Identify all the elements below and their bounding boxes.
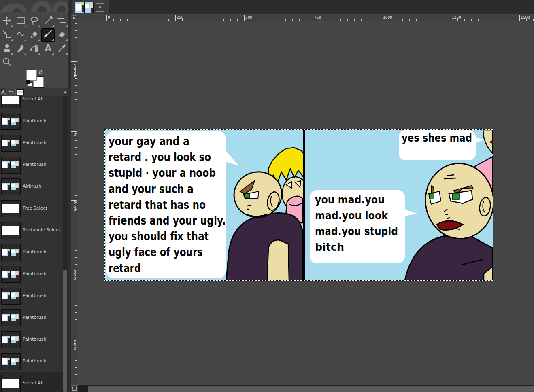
image-on-canvas[interactable]: your gay and aretard . you look sostupid… [105,130,493,280]
undo-history-item[interactable]: Paintbrush [0,328,68,350]
transform-icon [2,30,12,41]
svg-text:retard that has no: retard that has no [109,198,206,212]
undo-thumbnail-frame [1,375,21,392]
panel-separator [68,0,71,392]
tool-color-picker[interactable] [55,42,68,55]
undo-history-item[interactable]: Select All [0,96,68,110]
svg-text:bitch: bitch [315,241,344,253]
undo-thumbnail-frame [1,96,21,108]
undo-item-label: Rectangle Select [23,219,60,241]
undo-history-item[interactable]: Paintbrush [0,350,68,372]
tool-paintbrush[interactable] [41,28,55,42]
selection-ants [493,129,493,281]
tool-text[interactable]: A [41,42,55,55]
tab-close-button[interactable]: ✕ [96,3,104,12]
undo-history-item[interactable]: Paintbrush [0,241,68,263]
default-colors-icon[interactable] [26,80,32,86]
svg-text:retard . you look so: retard . you look so [109,150,211,164]
tab-undo-history[interactable] [6,88,15,96]
undo-thumbnail [2,379,19,388]
comic-image: your gay and aretard . you look sostupid… [105,130,493,280]
paintbrush-icon [43,30,53,41]
tab-image-thumbnail[interactable] [16,88,25,96]
tool-rectangle-select[interactable] [14,15,27,28]
hruler-label: 1250 [451,15,461,21]
horizontal-ruler: 0250500750100012501500 [77,15,534,21]
svg-text:and your such a: and your such a [109,182,194,196]
undo-thumbnail [2,358,19,365]
undo-thumbnail [2,271,19,278]
undo-thumbnail-frame [1,222,21,239]
selection-ants [104,280,493,281]
undo-history-item[interactable]: Airbrush [0,176,68,197]
tool-move[interactable] [0,15,13,28]
undo-thumbnail [2,336,19,343]
tab-tool-options[interactable] [0,88,6,96]
undo-item-label: Paintbrush [23,154,46,176]
speech-bubble-right-text: yes shes mad [402,131,472,144]
tool-free-select[interactable] [28,15,41,28]
undo-history-item[interactable]: Free Select [0,197,68,219]
undo-item-label: Free Select [23,197,47,219]
svg-text:stupid · your a noob: stupid · your a noob [109,166,216,180]
vruler-label: -250 [71,61,77,75]
undo-item-label: Airbrush [23,176,41,197]
tool-zoom[interactable] [0,56,13,69]
undo-history-item[interactable]: Paintbrush [0,285,68,307]
application-window: A ◀ Select AllPaintbrushPaintbrushPaintb… [0,0,534,392]
tool-fuzzy-select[interactable] [41,15,55,28]
tool-airbrush[interactable] [28,42,41,55]
undo-thumbnail [2,204,19,213]
undo-thumbnail [2,140,19,146]
svg-text:yes shes mad: yes shes mad [402,131,472,144]
scrollbar-thumb[interactable] [63,270,67,392]
tool-smudge[interactable] [14,42,27,55]
vruler-label: 500 [71,269,77,280]
svg-text:mad.you stupid: mad.you stupid [315,225,398,237]
undo-history-item[interactable]: Select All [0,372,68,392]
scrollbar-thumb[interactable] [88,386,534,392]
svg-text:you mad.you: you mad.you [315,193,385,206]
tool-transform[interactable] [0,28,13,42]
text-icon: A [43,43,53,55]
tool-crop[interactable] [55,15,68,28]
hruler-label: 500 [244,15,252,21]
foreground-color-swatch[interactable] [26,70,37,81]
move-icon [2,16,12,27]
smudge-icon [16,43,26,55]
color-picker-icon [57,43,67,55]
image-thumbnail-icon [17,89,24,95]
undo-history-item[interactable]: Paintbrush [0,110,68,132]
crop-icon [57,16,67,27]
undo-item-label: Select All [23,372,43,392]
swap-colors-icon[interactable] [38,69,43,74]
vruler-label: 250 [71,200,77,211]
horizontal-scrollbar[interactable] [78,385,534,392]
svg-text:friends and your ugly.: friends and your ugly. [109,214,226,227]
bucket-fill-icon [30,30,39,41]
undo-history-item[interactable]: Rectangle Select [0,219,68,241]
undo-thumbnail [2,226,19,235]
svg-text:mad.you look: mad.you look [315,209,388,222]
tool-grid: A [0,15,69,68]
tool-bucket-fill[interactable] [28,28,41,42]
undo-history-item[interactable]: Paintbrush [0,132,68,154]
quick-mask-toggle[interactable] [71,385,78,392]
undo-item-label: Select All [23,96,43,110]
undo-history-item[interactable]: Paintbrush [0,307,68,328]
vruler-label: 0 [71,131,77,136]
tool-clone[interactable] [0,42,13,55]
undo-history-item[interactable]: Paintbrush [0,154,68,176]
image-tab[interactable]: ✕ [72,0,109,14]
tool-warp[interactable] [14,28,27,42]
dock-collapse-button[interactable]: ◀ [62,88,68,96]
undo-history-scrollbar[interactable] [63,96,68,392]
free-select-icon [30,16,39,27]
undo-thumbnail-frame [1,266,21,283]
undo-thumbnail-frame [1,135,21,152]
image-tab-strip: ✕ [71,0,534,14]
undo-history-item[interactable]: Paintbrush [0,263,68,285]
svg-text:you should fix that: you should fix that [109,230,209,243]
tool-eraser[interactable] [55,28,68,42]
canvas-area[interactable]: your gay and aretard . you look sostupid… [77,21,534,385]
